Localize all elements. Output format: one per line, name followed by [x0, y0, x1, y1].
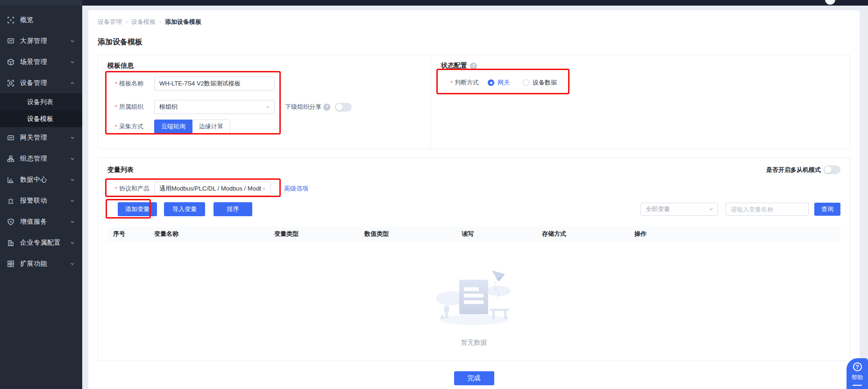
sidebar-item-label: 网关管理 [20, 134, 69, 142]
required-marker: * [115, 80, 117, 87]
content-panel: 设备管理 › 设备模板 › 添加设备模板 添加设备模板 模板信息 * [88, 10, 860, 389]
toggle-knob [336, 104, 343, 111]
status-config-title: 状态配置 ? [441, 62, 850, 70]
collect-mode-label: * 采集方式 [115, 122, 154, 131]
template-name-input[interactable] [154, 77, 275, 91]
sidebar-item-device-list[interactable]: 设备列表 [0, 93, 82, 110]
protocol-row: * 协议和产品 通用Modbus/PLC/DL / Modbus / Modbu… [107, 182, 840, 196]
collect-cloud-polling-button[interactable]: 云端轮询 [154, 120, 192, 134]
chevron-down-icon [69, 134, 76, 141]
suborg-share-toggle[interactable] [335, 103, 352, 112]
col-actions: 操作 [629, 230, 840, 238]
sidebar-item-label: 扩展功能 [20, 260, 69, 268]
organization-select[interactable]: 根组织 [154, 100, 275, 114]
sidebar-item-alarm-linkage[interactable]: 报警联动 [0, 190, 82, 211]
col-index: 序号 [107, 230, 149, 238]
app-screen: 概览 大屏管理 场景管理 设备管理 设备列表 [0, 0, 868, 389]
sidebar-item-extensions[interactable]: 扩展功能 [0, 253, 82, 274]
sidebar-item-label: 报警联动 [20, 197, 69, 205]
gateway-icon [7, 134, 14, 141]
add-variable-button[interactable]: 添加变量 [118, 202, 157, 216]
avatar[interactable] [825, 0, 835, 5]
sidebar: 概览 大屏管理 场景管理 设备管理 设备列表 [0, 0, 82, 389]
template-info-section: 模板信息 * 模板名称 * 所属组织 [98, 55, 430, 149]
template-info-card: 模板信息 * 模板名称 * 所属组织 [98, 55, 850, 149]
suborg-share-label: 下级组织分享 [285, 103, 321, 111]
variable-list-card: 变量列表 是否开启多从机模式 * 协议和产品 通用Modbus/PLC/DL /… [98, 157, 850, 361]
scene-cube-icon [7, 58, 14, 66]
collect-mode-row: * 采集方式 云端轮询 边缘计算 [115, 120, 430, 134]
collect-edge-computing-button[interactable]: 边缘计算 [192, 120, 230, 134]
sidebar-item-device-mgmt[interactable]: 设备管理 [0, 72, 82, 93]
breadcrumb-device-mgmt[interactable]: 设备管理 [98, 18, 122, 26]
col-read-write: 读写 [456, 230, 536, 238]
sidebar-item-label: 增值服务 [20, 218, 69, 226]
col-variable-name: 变量名称 [149, 230, 269, 238]
sidebar-subitem-label: 设备列表 [27, 98, 53, 106]
template-name-row: * 模板名称 [115, 77, 430, 91]
chevron-down-icon [69, 261, 76, 267]
sidebar-item-scada-mgmt[interactable]: 组态管理 [0, 148, 82, 169]
required-marker: * [450, 79, 453, 86]
building-icon [7, 239, 14, 247]
sort-button[interactable]: 排序 [213, 202, 252, 216]
toggle-knob [825, 166, 832, 173]
status-config-help-icon[interactable]: ? [470, 63, 477, 70]
required-marker: * [115, 123, 117, 130]
import-variable-button[interactable]: 导入变量 [164, 202, 205, 216]
logo-area [0, 0, 82, 6]
page-title: 添加设备模板 [98, 37, 850, 47]
sidebar-item-gateway-mgmt[interactable]: 网关管理 [0, 127, 82, 148]
multi-slave-wrap: 是否开启多从机模式 [766, 165, 840, 174]
radio-device-data[interactable]: 设备数据 [523, 78, 557, 87]
alarm-siren-icon [7, 197, 14, 205]
sidebar-item-screen-mgmt[interactable]: 大屏管理 [0, 30, 82, 51]
overview-icon [7, 16, 14, 24]
breadcrumb-device-template[interactable]: 设备模板 [131, 18, 156, 26]
sidebar-item-label: 场景管理 [20, 58, 69, 66]
radio-gateway[interactable]: 网关 [488, 78, 510, 87]
chevron-down-icon [69, 177, 76, 183]
breadcrumb: 设备管理 › 设备模板 › 添加设备模板 [98, 18, 850, 26]
help-question-icon: ? [853, 362, 862, 371]
sidebar-item-value-added[interactable]: 增值服务 [0, 211, 82, 232]
bar-chart-icon [7, 176, 14, 184]
suborg-share-help-icon[interactable]: ? [323, 104, 330, 111]
variable-list-title: 变量列表 [107, 166, 134, 174]
variable-table-header: 序号 变量名称 变量类型 数值类型 读写 存储方式 操作 [107, 226, 840, 241]
big-screen-icon [7, 37, 14, 45]
variable-type-filter-select[interactable]: 全部变量 [640, 203, 718, 216]
chevron-down-icon [69, 240, 76, 246]
sidebar-item-label: 设备管理 [20, 79, 69, 87]
sidebar-submenu-device: 设备列表 设备模板 [0, 93, 82, 127]
chevron-down-icon [69, 59, 76, 65]
radio-selected-icon [488, 79, 494, 86]
multi-slave-toggle[interactable] [824, 165, 840, 174]
done-button[interactable]: 完成 [454, 371, 494, 385]
sidebar-item-overview[interactable]: 概览 [0, 9, 82, 30]
sidebar-item-label: 组态管理 [20, 155, 69, 163]
chevron-down-icon [265, 104, 270, 110]
judge-mode-row: * 判断方式 网关 设备数据 [441, 78, 850, 87]
sidebar-item-data-center[interactable]: 数据中心 [0, 169, 82, 190]
breadcrumb-separator: › [159, 19, 161, 25]
protocol-select[interactable]: 通用Modbus/PLC/DL / Modbus / Modbus R1 [154, 182, 271, 196]
sidebar-item-device-template[interactable]: 设备模板 [0, 110, 82, 127]
status-config-section: 状态配置 ? * 判断方式 网关 [430, 55, 850, 149]
org-chart-icon [7, 155, 14, 163]
template-info-title: 模板信息 [107, 62, 430, 70]
variable-name-search-input[interactable] [726, 203, 809, 216]
sidebar-item-scene-mgmt[interactable]: 场景管理 [0, 51, 82, 72]
sidebar-item-label: 数据中心 [20, 176, 69, 184]
advanced-options-link[interactable]: 高级选项 [284, 184, 308, 193]
empty-illustration [435, 268, 513, 327]
empty-state: 暂无数据 [107, 268, 840, 347]
organization-row: * 所属组织 根组织 下级组织分享 ? [115, 100, 430, 114]
help-widget[interactable]: ? 帮助 [847, 358, 868, 389]
footer-bar: 完成 [98, 371, 850, 385]
sidebar-item-enterprise-config[interactable]: 企业专属配置 [0, 232, 82, 253]
sidebar-item-label: 大屏管理 [20, 37, 69, 45]
shield-icon [7, 218, 14, 226]
query-button[interactable]: 查询 [814, 203, 840, 216]
empty-text: 暂无数据 [461, 339, 487, 347]
